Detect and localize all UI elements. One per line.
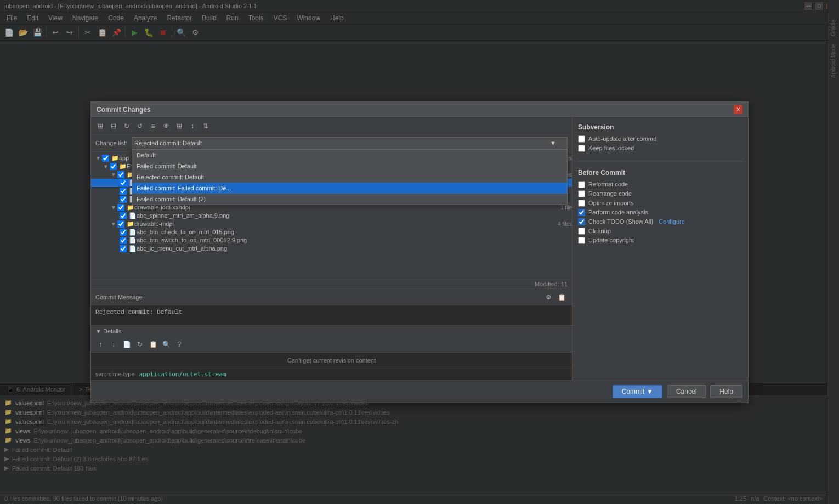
subversion-title: Subversion <box>578 123 742 131</box>
meta-value: application/octet-stream <box>139 371 226 378</box>
details-content: Can't get current revision content <box>91 353 572 368</box>
dropdown-item-failed[interactable]: Failed commit: Default <box>132 161 567 172</box>
sort-btn[interactable]: ↕ <box>186 120 199 132</box>
details-tool-reload[interactable]: ↻ <box>134 338 146 350</box>
collapse-all-btn[interactable]: ⊟ <box>107 120 120 132</box>
app-checkbox[interactable] <box>102 155 109 162</box>
dropdown-item-rejected[interactable]: Rejected commit: Default <box>132 172 567 183</box>
before-commit-title: Before Commit <box>578 169 742 177</box>
update-copyright-label: Update copyright <box>588 237 634 243</box>
dialog-close-button[interactable]: ✕ <box>734 105 742 114</box>
dialog-left-panel: ⊞ ⊟ ↻ ↺ ≡ 👁 ⊞ ↕ ⇅ Change list: Rejected … <box>91 118 572 380</box>
ldrtl-checkbox[interactable] <box>117 204 124 211</box>
file4-checkbox[interactable] <box>120 212 127 219</box>
auto-update-label: Auto-update after commit <box>588 135 656 142</box>
commit-message-tools: ⚙ 📋 <box>542 291 568 303</box>
hdpi-checkbox[interactable] <box>117 171 124 178</box>
folder-icon-2: 📁 <box>119 163 127 170</box>
optimize-checkbox[interactable] <box>578 200 585 207</box>
rearrange-checkbox[interactable] <box>578 190 585 197</box>
details-tool-help[interactable]: ? <box>173 338 185 350</box>
details-tool-copy[interactable]: 📄 <box>121 338 133 350</box>
tree-file5[interactable]: 📄 abc_btn_check_to_on_mtrl_015.png <box>91 228 572 236</box>
details-tool-view[interactable]: 📋 <box>147 338 159 350</box>
subversion-section: Subversion Auto-update after commit Keep… <box>578 123 742 153</box>
keep-files-checkbox[interactable] <box>578 145 585 152</box>
mdpi-badge: 4 files <box>558 221 572 227</box>
modified-count: Modified: 11 <box>91 279 572 288</box>
file5-checkbox[interactable] <box>120 229 127 236</box>
change-list-dropdown-menu: Default Failed commit: Default Rejected … <box>132 149 568 205</box>
cleanup-checkbox[interactable] <box>578 228 585 235</box>
arrow-icon-2: ▼ <box>103 163 109 169</box>
arrow-hdpi: ▼ <box>111 172 116 178</box>
dialog-buttons: Commit ▼ Cancel Help <box>91 380 748 403</box>
perform-checkbox[interactable] <box>578 209 585 216</box>
check-todo-checkbox[interactable] <box>578 218 585 225</box>
file3-checkbox[interactable] <box>120 196 127 203</box>
change-list-dropdown-container: Rejected commit: Default ▼ Default Faile… <box>132 137 568 149</box>
modal-overlay: Commit Changes ✕ ⊞ ⊟ ↻ ↺ ≡ 👁 ⊞ ↕ ⇅ <box>0 0 839 504</box>
show-diff-btn[interactable]: ≡ <box>147 120 159 132</box>
revert-btn[interactable]: ↺ <box>134 120 146 132</box>
dropdown-item-default[interactable]: Default <box>132 150 567 161</box>
drawable-ldrtl-name: drawable-ldrtl-xxhdpi <box>134 204 558 211</box>
group-btn[interactable]: ⊞ <box>173 120 185 132</box>
configure-link[interactable]: Configure <box>659 218 685 225</box>
change-list-current-value: Rejected commit: Default <box>134 140 202 146</box>
commit-message-section: Commit Message ⚙ 📋 Rejected commit: Defa… <box>91 288 572 325</box>
commit-button[interactable]: Commit ▼ <box>613 385 662 398</box>
mdpi-checkbox[interactable] <box>117 220 124 228</box>
check-todo-label: Check TODO (Show All) <box>588 218 653 225</box>
commit-button-label: Commit <box>622 388 644 395</box>
update-copyright-checkbox[interactable] <box>578 237 585 244</box>
commit-msg-tool-2[interactable]: 📋 <box>555 291 568 303</box>
file7-checkbox[interactable] <box>120 245 127 252</box>
file1-checkbox[interactable] <box>120 179 127 186</box>
file-icon-6: 📄 <box>129 237 137 244</box>
file-icon-4: 📄 <box>129 212 137 219</box>
dialog-body: ⊞ ⊟ ↻ ↺ ≡ 👁 ⊞ ↕ ⇅ Change list: Rejected … <box>91 118 748 380</box>
tree-drawable-mdpi[interactable]: ▼ 📁 drawable-mdpi 4 files <box>91 220 572 228</box>
details-tool-zoom[interactable]: 🔍 <box>160 338 172 350</box>
file-icon-7: 📄 <box>129 245 137 252</box>
details-header[interactable]: ▼ Details <box>91 326 572 337</box>
reformat-row: Reformat code <box>578 180 742 189</box>
auto-update-checkbox[interactable] <box>578 135 585 143</box>
cancel-button[interactable]: Cancel <box>667 385 706 398</box>
arrow-mdpi: ▼ <box>111 221 116 227</box>
path-checkbox[interactable] <box>110 163 117 170</box>
expand-all-btn[interactable]: ⊞ <box>94 120 106 132</box>
tree-file4[interactable]: 📄 abc_spinner_mtrl_am_alpha.9.png <box>91 212 572 220</box>
change-list-dropdown[interactable]: Rejected commit: Default ▼ <box>132 137 568 149</box>
details-message: Can't get current revision content <box>287 357 376 364</box>
file-icon-5: 📄 <box>129 229 137 236</box>
reformat-checkbox[interactable] <box>578 181 585 188</box>
details-tool-up[interactable]: ↑ <box>94 338 106 350</box>
optimize-row: Optimize imports <box>578 199 742 208</box>
before-commit-section: Before Commit Reformat code Rearrange co… <box>578 169 742 245</box>
details-section: ▼ Details ↑ ↓ 📄 ↻ 📋 🔍 ? Can't get curren… <box>91 325 572 380</box>
view-btn[interactable]: 👁 <box>160 120 172 132</box>
dropdown-arrow-icon: ▼ <box>550 140 556 146</box>
tree-file7[interactable]: 📄 abc_ic_menu_cut_mtrl_alpha.png <box>91 245 572 253</box>
tree-file6[interactable]: 📄 abc_btn_switch_to_on_mtrl_00012.9.png <box>91 236 572 245</box>
dropdown-item-failed-default-2[interactable]: Failed commit: Default (2) <box>132 194 567 205</box>
help-button[interactable]: Help <box>710 385 742 398</box>
dropdown-item-failed-commit[interactable]: Failed commit: Failed commit: De... <box>132 183 567 194</box>
meta-key: svn:mime-type <box>95 371 135 378</box>
drawable-mdpi-name: drawable-mdpi <box>134 220 555 227</box>
file6-checkbox[interactable] <box>120 237 127 244</box>
change-list-area: Change list: Rejected commit: Default ▼ … <box>91 135 572 152</box>
refresh-btn[interactable]: ↻ <box>121 120 133 132</box>
keep-files-label: Keep files locked <box>588 145 634 151</box>
dialog-title: Commit Changes <box>97 106 151 114</box>
dialog-title-bar: Commit Changes ✕ <box>91 102 748 118</box>
details-tool-down[interactable]: ↓ <box>107 338 120 350</box>
filter-btn[interactable]: ⇅ <box>200 120 212 132</box>
commit-msg-tool-1[interactable]: ⚙ <box>542 291 554 303</box>
file6-name: abc_btn_switch_to_on_mtrl_00012.9.png <box>137 237 572 243</box>
file2-checkbox[interactable] <box>120 188 127 195</box>
commit-message-input[interactable]: Rejected commit: Default <box>91 305 572 325</box>
commit-dropdown-icon: ▼ <box>647 388 653 395</box>
